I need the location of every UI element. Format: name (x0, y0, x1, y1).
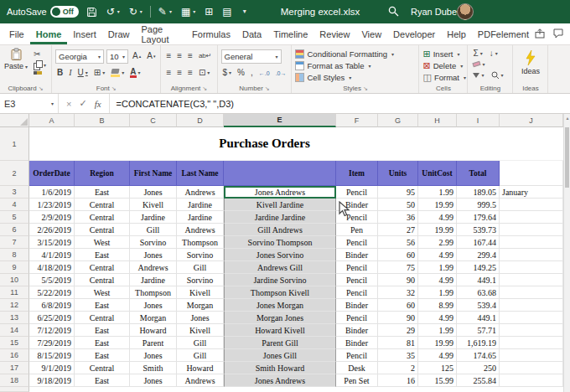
cell-D9[interactable]: Gill (177, 261, 224, 274)
cell-J13[interactable] (500, 312, 563, 324)
cell-A8[interactable]: 4/1/2019 (29, 249, 75, 261)
cell-B15[interactable]: East (75, 337, 130, 349)
cell-D8[interactable]: Sorvino (177, 249, 224, 261)
italic-button[interactable]: I (67, 68, 73, 78)
percent-style-button[interactable]: % (236, 68, 246, 78)
wrap-text-button[interactable]: ab↵ (197, 52, 214, 60)
cell-F8[interactable]: Binder (336, 249, 378, 261)
cell-A17[interactable]: 9/1/2019 (29, 362, 75, 374)
cell-G16[interactable]: 35 (378, 349, 418, 362)
comma-style-button[interactable]: , (249, 68, 255, 78)
cell-C16[interactable]: Jones (130, 349, 177, 362)
cell-J3[interactable]: January (500, 186, 563, 199)
autosave-toggle[interactable]: AutoSave Off (7, 6, 79, 18)
cell-B5[interactable]: Central (75, 211, 130, 224)
cell-B9[interactable]: Central (75, 261, 130, 274)
cut-button[interactable]: ✂ (32, 49, 48, 59)
cell-J9[interactable] (500, 261, 563, 274)
cell-C14[interactable]: Howard (130, 324, 177, 337)
tab-file[interactable]: File (3, 23, 30, 44)
cell-D14[interactable]: Kivell (177, 324, 224, 337)
cell-J14[interactable] (500, 324, 563, 337)
middle-align-button[interactable]: ≡ (175, 51, 184, 61)
row-header-1[interactable]: 1 (0, 127, 29, 161)
row-header-16[interactable]: 16 (0, 349, 29, 362)
cell-D17[interactable]: Howard (177, 362, 224, 374)
cell-C17[interactable]: Smith (130, 362, 177, 374)
comments-button[interactable] (553, 27, 563, 42)
cell-G12[interactable]: 60 (378, 299, 418, 312)
cell-B17[interactable]: Central (75, 362, 130, 374)
cell-C18[interactable]: Jones (130, 374, 177, 387)
cell-I15[interactable]: 1,619.19 (457, 337, 500, 349)
cell-styles-button[interactable]: Cell Styles▾ (295, 71, 415, 83)
cell-F3[interactable]: Pencil (336, 186, 378, 199)
paste-button[interactable]: Paste▾ (3, 48, 28, 77)
cell-C7[interactable]: Sorvino (130, 236, 177, 249)
tab-timeline[interactable]: Timeline (267, 23, 314, 44)
cell-F12[interactable]: Binder (336, 299, 378, 312)
cell-B4[interactable]: Central (75, 199, 130, 211)
cell-B6[interactable]: Central (75, 224, 130, 236)
cell-G10[interactable]: 90 (378, 274, 418, 286)
column-header-C[interactable]: C (130, 114, 177, 127)
row-header-18[interactable]: 18 (0, 374, 29, 387)
cell-I18[interactable]: 255.84 (457, 374, 500, 387)
cell-A13[interactable]: 6/25/2019 (29, 312, 75, 324)
decrease-decimal-button[interactable]: .0→ (274, 70, 288, 77)
column-header-F[interactable]: F (336, 114, 378, 127)
cell-D11[interactable]: Kivell (177, 286, 224, 299)
cell-E7[interactable]: Sorvino Thompson (224, 236, 336, 249)
cell-F4[interactable]: Binder (336, 199, 378, 211)
cell-C4[interactable]: Kivell (130, 199, 177, 211)
cell-H18[interactable]: 15.99 (418, 374, 457, 387)
autosum-button[interactable]: Σ▾ (471, 49, 484, 59)
header-cell-F2[interactable]: Item (336, 161, 378, 186)
font-dialog-launcher[interactable]: ↘ (111, 85, 117, 92)
cell-D12[interactable]: Morgan (177, 299, 224, 312)
cell-F16[interactable]: Pencil (336, 349, 378, 362)
cell-G8[interactable]: 60 (378, 249, 418, 261)
cell-J6[interactable] (500, 224, 563, 236)
increase-font-size-button[interactable]: A▴ (131, 51, 142, 61)
accounting-format-button[interactable]: $▾ (221, 68, 234, 78)
tab-page-layout[interactable]: Page Layout (135, 23, 186, 44)
cell-H6[interactable]: 19.99 (418, 224, 457, 236)
cell-G4[interactable]: 50 (378, 199, 418, 211)
cell-F10[interactable]: Pencil (336, 274, 378, 286)
tab-view[interactable]: View (355, 23, 387, 44)
tab-home[interactable]: Home (30, 23, 68, 44)
cell-I9[interactable]: 149.25 (457, 261, 500, 274)
alignment-dialog-launcher[interactable]: ↘ (202, 85, 207, 92)
cell-A12[interactable]: 6/8/2019 (29, 299, 75, 312)
share-button[interactable] (535, 27, 545, 42)
header-cell-A2[interactable]: OrderDate (29, 161, 75, 186)
cell-B8[interactable]: East (75, 249, 130, 261)
cell-E11[interactable]: Thompson Kivell (224, 286, 336, 299)
cell-D5[interactable]: Jardine (177, 211, 224, 224)
cell-A18[interactable]: 9/18/2019 (29, 374, 75, 387)
cell-H16[interactable]: 4.99 (418, 349, 457, 362)
header-cell-I2[interactable]: Total (457, 161, 500, 186)
cell-D13[interactable]: Jones (177, 312, 224, 324)
font-size-select[interactable]: 10▾ (106, 49, 128, 64)
cell-I8[interactable]: 299.4 (457, 249, 500, 261)
cell-B13[interactable]: Central (75, 312, 130, 324)
borders-qat-button[interactable]: ⊞ (203, 6, 215, 18)
cell-F11[interactable]: Pencil (336, 286, 378, 299)
name-box[interactable]: E3▾ (0, 94, 59, 113)
select-all-corner[interactable] (0, 114, 29, 127)
cell-A10[interactable]: 5/5/2019 (29, 274, 75, 286)
cell-E17[interactable]: Smith Howard (224, 362, 336, 374)
vertical-scrollbar[interactable]: ▲ (563, 114, 570, 392)
format-cells-button[interactable]: ◫Format▾ (422, 71, 464, 83)
cell-B18[interactable]: East (75, 374, 130, 387)
cell-C6[interactable]: Gill (130, 224, 177, 236)
cell-I3[interactable]: 189.05 (457, 186, 500, 199)
copy-button[interactable]: ▾ (32, 59, 48, 70)
save-button[interactable] (85, 6, 99, 18)
cell-C10[interactable]: Jardine (130, 274, 177, 286)
cell-A3[interactable]: 1/6/2019 (29, 186, 75, 199)
cell-D3[interactable]: Andrews (177, 186, 224, 199)
cell-D18[interactable]: Andrews (177, 374, 224, 387)
